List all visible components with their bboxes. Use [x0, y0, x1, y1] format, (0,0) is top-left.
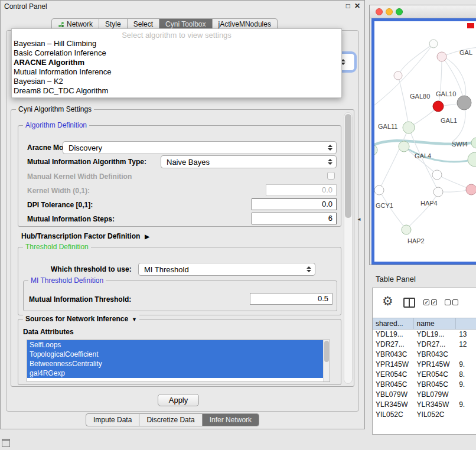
settings-scrollbar[interactable]	[344, 112, 353, 384]
cell	[456, 350, 476, 360]
cell: YDR27...	[414, 340, 457, 350]
dpi-tolerance-input[interactable]: 0.0	[252, 198, 337, 210]
sources-toggle[interactable]: Sources for Network Inference▼	[23, 315, 139, 323]
cell: YIL052C	[373, 410, 414, 420]
dropdown-option[interactable]: Basic Correlation Inference	[12, 48, 341, 58]
network-edge[interactable]	[379, 190, 406, 229]
cell: 8.	[456, 370, 476, 380]
manual-kernel-width-label: Manual Kernel Width Definition	[27, 172, 132, 181]
deselect-all-box-icon[interactable]	[445, 299, 451, 305]
scrollbar-thumb[interactable]	[345, 114, 351, 218]
list-scrollbar[interactable]	[323, 340, 330, 381]
table-row[interactable]: YBL079WYBL079W	[373, 390, 476, 400]
apply-button[interactable]: Apply	[158, 394, 199, 406]
table-row[interactable]: YER054CYER054C8.	[373, 370, 476, 380]
dropdown-option[interactable]: Mutual Information Inference	[12, 67, 341, 77]
node-label: GAL4	[415, 152, 431, 159]
table-row[interactable]: YLR345WYLR345W9.	[373, 400, 476, 410]
cell: YBL079W	[414, 390, 457, 400]
column-header-name[interactable]: name	[414, 318, 457, 329]
network-node[interactable]	[433, 187, 443, 197]
node-label: SWI4	[452, 141, 468, 148]
network-node[interactable]	[399, 141, 409, 152]
dropdown-option[interactable]: Bayesian – K2	[12, 77, 341, 86]
dropdown-option[interactable]: Dream8 DC_TDC Algorithm	[12, 86, 341, 96]
scrollbar-thumb[interactable]	[324, 341, 329, 362]
table-row[interactable]: YBR045CYBR045C9.	[373, 380, 476, 390]
splitter-collapse-icon[interactable]: ◄	[357, 217, 361, 222]
data-attributes-list[interactable]: SelfLoops TopologicalCoefficient Between…	[27, 340, 330, 382]
kernel-width-input[interactable]: 0.0	[266, 184, 337, 196]
deselect-all-box-icon[interactable]	[452, 299, 458, 305]
node-label: GCY1	[376, 202, 393, 209]
mi-algorithm-type-combobox[interactable]: Naive Bayes	[161, 155, 337, 168]
attribute-item[interactable]: BetweennessCentrality	[27, 359, 323, 369]
gear-icon[interactable]: ⚙	[382, 294, 393, 308]
network-node[interactable]	[394, 71, 402, 80]
network-edge[interactable]	[398, 76, 409, 126]
node-label: GAL	[459, 49, 472, 56]
network-graph[interactable]: GALGAL80GAL10GAL1GAL11SWI4GAL4GCY1HAP4HA…	[374, 21, 476, 262]
tab-infer-network[interactable]: Infer Network	[202, 414, 259, 426]
dropdown-option[interactable]: Bayesian – Hill Climbing	[12, 39, 341, 48]
network-node[interactable]	[374, 145, 377, 155]
network-edge[interactable]	[398, 44, 433, 76]
tab-impute-data[interactable]: Impute Data	[86, 414, 139, 426]
cell: YBL079W	[373, 390, 414, 400]
column-header[interactable]	[456, 318, 476, 329]
select-all-check-icon[interactable]: ✓	[431, 299, 437, 305]
cell: YLR345W	[373, 400, 414, 410]
tab-discretize-data[interactable]: Discretize Data	[139, 414, 201, 426]
network-node[interactable]	[433, 101, 444, 112]
table-row[interactable]: YDR27...YDR27...12	[373, 340, 476, 350]
columns-icon[interactable]	[403, 298, 415, 308]
attribute-item[interactable]: SelfLoops	[27, 340, 323, 350]
aracne-mode-combobox[interactable]: Discovery	[63, 141, 337, 154]
manual-kernel-width-checkbox[interactable]	[327, 172, 335, 180]
dpi-tolerance-label: DPI Tolerance [0,1]:	[27, 201, 93, 209]
minimize-traffic-light-icon[interactable]	[386, 8, 393, 15]
table-row[interactable]: YDL19...YDL19...13	[373, 330, 476, 340]
docked-panel-icon[interactable]	[2, 439, 10, 447]
network-edge[interactable]	[404, 146, 437, 175]
network-node[interactable]	[457, 96, 471, 110]
network-window-titlebar[interactable]	[370, 5, 476, 18]
network-node[interactable]	[432, 170, 442, 180]
window-title: Control Panel	[4, 2, 47, 11]
close-traffic-light-icon[interactable]	[376, 8, 383, 15]
network-edge[interactable]	[438, 57, 442, 106]
table-row[interactable]: YPR145WYPR145W9.	[373, 360, 476, 370]
network-node[interactable]	[374, 185, 384, 195]
dropdown-option-selected[interactable]: ARACNE Algorithm	[12, 58, 341, 67]
mi-threshold-input[interactable]: 0.5	[250, 293, 332, 305]
select-all-check-icon[interactable]: ✓	[423, 299, 429, 305]
attribute-item[interactable]: gal4RGexp	[27, 369, 323, 378]
node-label: GAL10	[436, 90, 456, 97]
network-edge[interactable]	[406, 193, 438, 229]
mi-steps-input[interactable]: 6	[252, 213, 337, 224]
cell: YLR345W	[414, 400, 457, 410]
sources-group: Sources for Network Inference▼ Data Attr…	[18, 319, 341, 385]
mi-threshold-label: Mutual Information Threshold:	[29, 295, 131, 304]
network-node[interactable]	[471, 138, 476, 148]
which-threshold-combobox[interactable]: MI Threshold	[138, 263, 315, 276]
network-node[interactable]	[437, 52, 446, 61]
table-row[interactable]: YIL052CYIL052C	[373, 410, 476, 420]
close-window-icon[interactable]: ✕	[354, 2, 360, 10]
network-node[interactable]	[403, 122, 415, 133]
zoom-traffic-light-icon[interactable]	[396, 8, 403, 15]
network-node[interactable]	[402, 225, 411, 234]
table-row[interactable]: YBR043CYBR043C	[373, 350, 476, 360]
float-window-icon[interactable]: □	[346, 2, 350, 10]
network-canvas[interactable]: GALGAL80GAL10GAL1GAL11SWI4GAL4GCY1HAP4HA…	[371, 18, 476, 265]
attribute-item[interactable]: TopologicalCoefficient	[27, 350, 323, 359]
column-header-shared-name[interactable]: shared...	[373, 318, 414, 329]
network-node[interactable]	[466, 184, 476, 195]
hub-definition-toggle[interactable]: Hub/Transcription Factor Definition▶	[21, 232, 149, 240]
network-node[interactable]	[429, 40, 438, 48]
network-node[interactable]	[468, 152, 476, 167]
table-toolbar: ⚙ ✓ ✓	[373, 288, 476, 318]
network-edge[interactable]	[437, 175, 471, 190]
network-edge[interactable]	[379, 128, 409, 190]
combobox-arrows-icon	[327, 145, 336, 151]
